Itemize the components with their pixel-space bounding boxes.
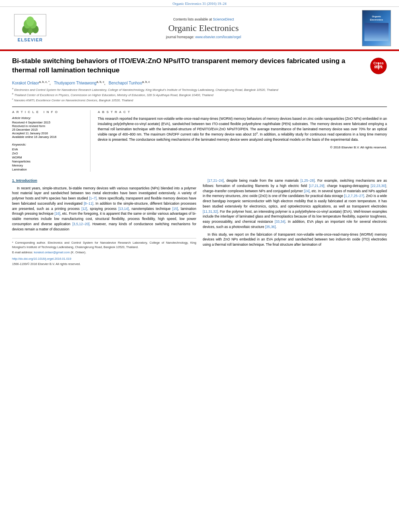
keyword-lamination: Lamination: [12, 168, 85, 171]
affiliation-b: b Thailand Center of Excellence in Physi…: [12, 92, 387, 97]
author-3-sup: a, b, c: [142, 80, 150, 83]
ref-33-34: [33,34]: [275, 220, 285, 224]
author-3: Benchapol Tunhoo: [109, 81, 142, 85]
author-2: Thutiyaporn Thiwawong: [54, 81, 97, 85]
article-title: Bi-stable switching behaviors of ITO/EVA…: [12, 57, 370, 75]
article-info-label: A R T I C L E I N F O: [12, 110, 85, 114]
journal-citation: Organic Electronics 31 (2016) 19–24: [173, 2, 226, 6]
intro-heading: 1. Introduction: [12, 178, 196, 184]
ref-24: [24]: [304, 189, 310, 193]
homepage-prefix: journal homepage:: [166, 35, 195, 39]
history-label: Article history:: [12, 116, 85, 120]
intro-para-3: In this study, we report on the fabricat…: [203, 232, 387, 247]
intro-para-1: In recent years, simple-structure, bi-st…: [12, 186, 196, 232]
accepted-date: Accepted 11 January 2016: [12, 131, 85, 135]
journal-title: Organic Electronics: [52, 23, 355, 33]
footnotes: * Corresponding author. Electronics and …: [12, 238, 196, 266]
thermal-word: thermal: [98, 127, 109, 131]
article-info-column: A R T I C L E I N F O Article history: R…: [12, 110, 90, 172]
ref-3-5-12-20: [3,5,12–20]: [72, 222, 90, 226]
contents-line: Contents lists available at ScienceDirec…: [52, 17, 355, 21]
available-date: Available online 16 January 2016: [12, 135, 85, 139]
intro-para-2: [17,21–24], despite being made from the …: [203, 178, 387, 230]
keywords-section: Keywords: EVA ZnO WORM Nanoparticles Mem…: [12, 143, 85, 171]
ref-22-23-30: [22,23,30]: [371, 184, 386, 188]
header-divider: [0, 50, 399, 51]
affiliations: a Electronics and Control System for Nan…: [12, 87, 387, 103]
article-title-section: Bi-stable switching behaviors of ITO/EVA…: [12, 57, 387, 77]
sciencedirect-link[interactable]: ScienceDirect: [213, 17, 234, 21]
author-2-sup: a, b, c: [97, 80, 104, 83]
elsevier-label-text: ELSEVIER: [18, 37, 43, 42]
ref-1-25-28: [1,25–28]: [300, 179, 315, 183]
publisher-logo-area: ELSEVIER: [8, 14, 52, 42]
email-suffix: (K. Onlaor).: [71, 251, 86, 254]
abstract-text: This research reported the transparent n…: [98, 116, 387, 142]
email-line: E-mail address: korakot.onlaor@gmail.com…: [12, 251, 196, 255]
ref-12: [12]: [82, 207, 87, 211]
ref-35-36: [35,36]: [265, 225, 276, 229]
journal-cover-thumbnail: OrganicElectronics: [362, 10, 391, 46]
keywords-label: Keywords:: [12, 143, 85, 146]
article-info-abstract-section: A R T I C L E I N F O Article history: R…: [12, 107, 387, 172]
elsevier-tree-graphic: [14, 14, 46, 36]
issn-line: 1566-1199/© 2016 Elsevier B.V. All right…: [12, 262, 196, 266]
article-content: Bi-stable switching behaviors of ITO/EVA…: [0, 53, 399, 274]
homepage-line: journal homepage: www.elsevier.com/locat…: [52, 35, 355, 39]
ref-13-14: [13,14]: [118, 207, 129, 211]
cover-title: OrganicElectronics: [370, 15, 383, 22]
received-date: Received 4 September 2015: [12, 121, 85, 124]
journal-header: ELSEVIER Contents lists available at Sci…: [0, 7, 399, 50]
body-column-left: 1. Introduction In recent years, simple-…: [12, 178, 196, 266]
doi-link[interactable]: http://dx.doi.org/10.1016/j.orgel.2016.0…: [12, 257, 71, 261]
authors-line: Korakot Onlaora, b, c, *, Thutiyaporn Th…: [12, 80, 387, 85]
journal-citation-bar: Organic Electronics 31 (2016) 19–24: [0, 0, 399, 7]
abstract-column: A B S T R A C T This research reported t…: [98, 110, 387, 172]
elsevier-tree-svg: [15, 15, 45, 35]
email-address[interactable]: korakot.onlaor@gmail.com: [34, 251, 70, 254]
copyright-notice: © 2016 Elsevier B.V. All rights reserved…: [98, 146, 387, 149]
corresponding-note: * Corresponding author. Electronics and …: [12, 241, 196, 249]
keyword-eva: EVA: [12, 148, 85, 151]
keyword-nanoparticles: Nanoparticles: [12, 160, 85, 163]
article-history: Article history: Received 4 September 20…: [12, 116, 85, 139]
ref-8-11: [8–11]: [84, 201, 93, 205]
author-1: Korakot Onlaor: [12, 81, 39, 85]
journal-cover-area: OrganicElectronics: [355, 10, 391, 46]
revised-date: 25 December 2015: [12, 128, 85, 131]
ref-15: [15]: [172, 207, 178, 211]
keyword-memory: Memory: [12, 164, 85, 167]
affiliation-c: c Nanotec-KMITL Excellence Center on Nan…: [12, 97, 387, 103]
keyword-worm: WORM: [12, 156, 85, 159]
ref-1-7: [1–7]: [89, 196, 97, 200]
body-text-section: 1. Introduction In recent years, simple-…: [12, 178, 387, 266]
ref-1-2-7-25-27: [1,2,7,25–27]: [344, 194, 364, 198]
affiliation-a: a Electronics and Control System for Nan…: [12, 87, 387, 92]
abstract-label: A B S T R A C T: [98, 110, 387, 114]
ref-17-21-29: [17,21,29]: [309, 184, 324, 188]
journal-title-area: Contents lists available at ScienceDirec…: [52, 17, 355, 39]
keyword-zno: ZnO: [12, 152, 85, 155]
revised-label: Received in revised form: [12, 124, 85, 128]
email-label: E-mail address:: [12, 251, 33, 254]
doi-line: http://dx.doi.org/10.1016/j.orgel.2016.0…: [12, 257, 196, 261]
homepage-link[interactable]: www.elsevier.com/locate/orgel: [195, 35, 241, 39]
ref-11-31-32: [11,31,32]: [203, 210, 218, 214]
ref-17-21-24: [17,21–24]: [208, 179, 224, 183]
elsevier-logo: ELSEVIER: [14, 14, 46, 42]
body-column-right: [17,21–24], despite being made from the …: [203, 178, 387, 266]
ref-16: [16]: [55, 212, 60, 216]
svg-point-6: [26, 16, 34, 26]
contents-prefix: Contents lists available at: [173, 17, 213, 21]
crossmark-badge: Cross Mark: [370, 58, 387, 74]
author-1-sup: a, b, c, *: [39, 80, 49, 83]
